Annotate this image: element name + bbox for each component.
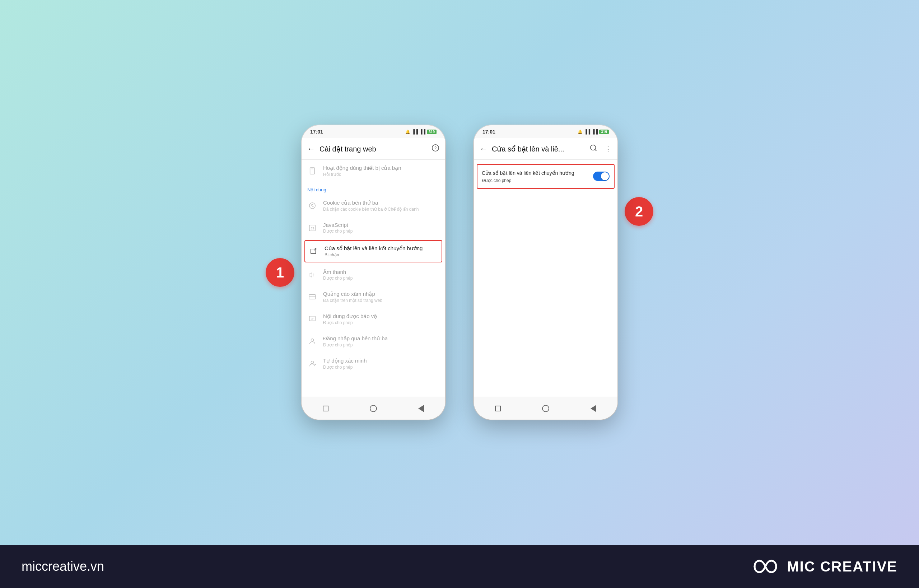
svg-marker-12 [309, 273, 312, 277]
svg-point-5 [311, 205, 312, 205]
svg-point-18 [591, 145, 596, 150]
cookie-icon [307, 201, 317, 211]
phone2: 17:01 🔔 ▐▐ ▐▐ 319 ← Cửa sổ bật lên và li… [474, 125, 617, 420]
device-item-text: Hoạt động dùng thiết bị của bạn Hỏi trướ… [323, 165, 439, 177]
login-subtitle: Được cho phép [323, 342, 439, 347]
popup-item-text: Cửa sổ bật lên và liên kết chuyển hướng … [325, 245, 438, 257]
login-icon [307, 336, 317, 346]
phone1-time: 17:01 [310, 129, 323, 135]
cookie-subtitle: Đã chặn các cookie bên thứ ba ở Chế độ ẩ… [323, 207, 439, 212]
device-icon [307, 166, 317, 176]
step1-badge: 1 [266, 258, 294, 287]
brand-area: MIC CREATIVE [751, 556, 898, 577]
popup-icon [309, 246, 319, 256]
phone2-nav-square[interactable] [493, 404, 503, 414]
sound-item: Âm thanh Được cho phép [302, 264, 445, 286]
protected-subtitle: Được cho phép [323, 320, 439, 325]
phone1: 17:01 🔔 ▐▐ ▐▐ 319 ← Cài đặt trang web ? [302, 125, 445, 420]
login-title: Đăng nhập qua bên thứ ba [323, 335, 439, 342]
phone2-nav-circle[interactable] [541, 404, 551, 414]
ads-title: Quảng cáo xâm nhập [323, 291, 439, 297]
bottom-bar: miccreative.vn MIC CREATIVE [0, 545, 919, 588]
svg-point-7 [312, 204, 312, 205]
square-icon [323, 405, 328, 411]
phone1-status-bar: 17:01 🔔 ▐▐ ▐▐ 319 [302, 125, 445, 138]
verify-item: Tự động xác minh Được cho phép [302, 352, 445, 375]
phone1-help-icon[interactable]: ? [431, 144, 439, 153]
phone2-nav-triangle[interactable] [588, 404, 598, 414]
svg-rect-2 [310, 168, 315, 174]
phone1-nav-circle[interactable] [368, 404, 378, 414]
circle-icon [370, 405, 377, 412]
phone1-navbar [302, 397, 445, 420]
svg-text:JS: JS [310, 226, 315, 230]
brand-logo-icon [751, 556, 780, 577]
phone2-content: Cửa sổ bật lên và liên kết chuyển hướng … [474, 160, 617, 397]
protected-title: Nội dung được bảo vệ [323, 313, 439, 320]
phone2-battery: 319 [599, 129, 609, 134]
svg-rect-15 [309, 316, 315, 321]
javascript-icon: JS [307, 223, 317, 233]
phone2-more-icon[interactable]: ⋮ [604, 145, 612, 153]
ads-icon [307, 292, 317, 302]
triangle-icon [591, 405, 596, 412]
phone1-title: Cài đặt trang web [320, 145, 427, 153]
phone1-battery: 319 [427, 129, 436, 134]
javascript-subtitle: Được cho phép [323, 229, 439, 234]
sound-subtitle: Được cho phép [323, 276, 439, 281]
phone2-title: Cửa sổ bật lên và liê... [492, 145, 585, 153]
phone2-status-icons: 🔔 ▐▐ ▐▐ 319 [578, 129, 609, 134]
phone1-wrapper: 1 17:01 🔔 ▐▐ ▐▐ 319 ← Cài đặt trang web [302, 125, 445, 420]
verify-title: Tự động xác minh [323, 357, 439, 364]
phone1-back-button[interactable]: ← [307, 144, 315, 153]
phone2-header: ← Cửa sổ bật lên và liê... ⋮ [474, 138, 617, 160]
cookie-item: Cookie của bên thứ ba Đã chặn các cookie… [302, 195, 445, 217]
popup-toggle[interactable] [593, 171, 610, 181]
svg-point-17 [311, 361, 313, 363]
popup-setting-text: Cửa sổ bật lên và liên kết chuyển hướng … [482, 170, 593, 183]
login-item: Đăng nhập qua bên thứ ba Được cho phép [302, 330, 445, 352]
popup-setting-title: Cửa sổ bật lên và liên kết chuyển hướng [482, 170, 593, 177]
device-item: Hoạt động dùng thiết bị của bạn Hỏi trướ… [302, 160, 445, 182]
phone1-nav-square[interactable] [321, 404, 331, 414]
sound-icon [307, 270, 317, 280]
verify-item-text: Tự động xác minh Được cho phép [323, 357, 439, 370]
phone2-status-bar: 17:01 🔔 ▐▐ ▐▐ 319 [474, 125, 617, 138]
circle-icon [542, 405, 549, 412]
section-label: Nội dung [302, 182, 445, 195]
phone2-search-icon[interactable] [590, 144, 598, 153]
popup-setting-subtitle: Được cho phép [482, 178, 593, 183]
phone1-status-icons: 🔔 ▐▐ ▐▐ 319 [405, 129, 436, 134]
step2-badge: 2 [625, 197, 653, 226]
svg-rect-13 [309, 295, 315, 299]
protected-item: Nội dung được bảo vệ Được cho phép [302, 308, 445, 330]
protected-item-text: Nội dung được bảo vệ Được cho phép [323, 313, 439, 325]
javascript-title: JavaScript [323, 222, 439, 228]
verify-subtitle: Được cho phép [323, 365, 439, 370]
javascript-item: JS JavaScript Được cho phép [302, 217, 445, 239]
popup-setting-row[interactable]: Cửa sổ bật lên và liên kết chuyển hướng … [477, 164, 615, 189]
device-subtitle: Hỏi trước [323, 172, 439, 177]
ads-item: Quảng cáo xâm nhập Đã chặn trên một số t… [302, 286, 445, 308]
device-title: Hoạt động dùng thiết bị của bạn [323, 165, 439, 171]
svg-line-19 [595, 149, 596, 151]
javascript-item-text: JavaScript Được cho phép [323, 222, 439, 234]
brand-name: MIC CREATIVE [787, 559, 898, 575]
popup-subtitle: Bị chặn [325, 252, 438, 257]
phone2-back-button[interactable]: ← [480, 144, 488, 153]
square-icon [495, 405, 501, 411]
ads-subtitle: Đã chặn trên một số trang web [323, 298, 439, 303]
phone2-navbar [474, 397, 617, 420]
sound-title: Âm thanh [323, 269, 439, 275]
phone1-nav-triangle[interactable] [416, 404, 426, 414]
website-url: miccreative.vn [21, 559, 104, 574]
phone2-time: 17:01 [483, 129, 496, 135]
sound-item-text: Âm thanh Được cho phép [323, 269, 439, 281]
phone2-wrapper: 2 17:01 🔔 ▐▐ ▐▐ 319 ← Cửa sổ bật lên và … [474, 125, 617, 420]
phone1-header: ← Cài đặt trang web ? [302, 138, 445, 160]
svg-point-16 [311, 339, 313, 341]
protected-icon [307, 314, 317, 324]
cookie-item-text: Cookie của bên thứ ba Đã chặn các cookie… [323, 200, 439, 212]
popup-item[interactable]: Cửa sổ bật lên và liên kết chuyển hướng … [304, 240, 442, 262]
verify-icon [307, 359, 317, 369]
